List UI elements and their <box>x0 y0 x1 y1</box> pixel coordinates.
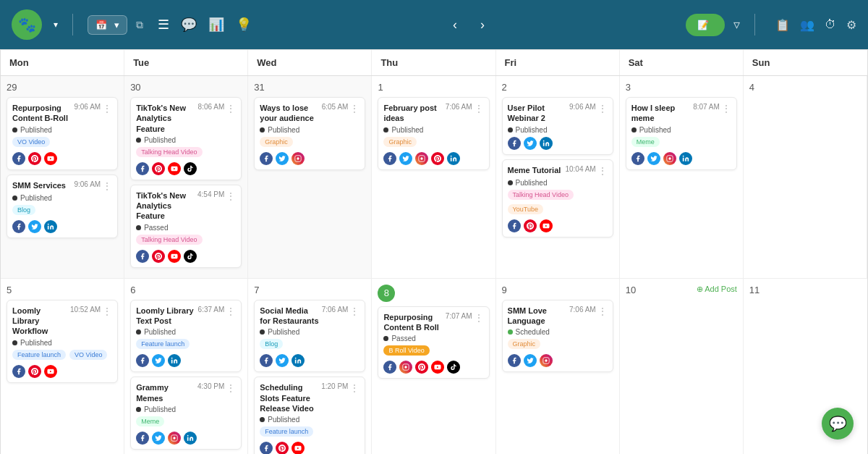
social-icon-fb[interactable] <box>136 354 149 367</box>
social-icon-fb[interactable] <box>136 162 149 175</box>
post-card[interactable]: Ways to lose your audience6:05 AM⋮Publis… <box>254 97 365 170</box>
post-menu-icon[interactable]: ⋮ <box>597 103 608 114</box>
team-icon[interactable]: 👥 <box>800 18 814 32</box>
social-icon-yt[interactable] <box>431 361 444 374</box>
filter-icon[interactable]: ▿ <box>733 17 740 33</box>
social-icon-pi[interactable] <box>152 250 165 263</box>
clock-icon[interactable]: ⏱ <box>825 18 836 31</box>
post-card[interactable]: Repurposing Content B Roll7:07 AM⋮Passed… <box>378 306 489 379</box>
social-icon-yt[interactable] <box>540 219 553 232</box>
social-icon-fb[interactable] <box>383 152 396 165</box>
social-icon-li[interactable] <box>184 432 197 445</box>
post-card[interactable]: Social Media for Restaurants7:06 AM⋮Publ… <box>254 300 365 373</box>
chart-icon[interactable]: 📊 <box>208 17 224 33</box>
post-card[interactable]: Loomly Library Text Post6:37 AM⋮Publishe… <box>130 300 242 373</box>
social-icon-yt[interactable] <box>168 162 181 175</box>
post-menu-icon[interactable]: ⋮ <box>102 306 112 317</box>
social-icon-fb[interactable] <box>508 354 521 367</box>
post-menu-icon[interactable]: ⋮ <box>226 382 236 394</box>
post-menu-icon[interactable]: ⋮ <box>102 103 112 114</box>
social-icon-li[interactable] <box>44 220 57 233</box>
post-menu-icon[interactable]: ⋮ <box>349 103 359 114</box>
social-icon-ig[interactable] <box>292 152 305 165</box>
social-icon-fb[interactable] <box>631 152 644 165</box>
prev-month-button[interactable]: ‹ <box>453 17 457 33</box>
add-post-link[interactable]: ⊕ Add Post <box>697 285 737 294</box>
post-card[interactable]: February post ideas7:06 AM⋮PublishedGrap… <box>378 97 489 170</box>
social-icon-tw[interactable] <box>28 220 41 233</box>
view-toggle[interactable]: 📅 ▾ <box>88 15 127 35</box>
social-icon-ig[interactable] <box>663 152 676 165</box>
social-icon-fb[interactable] <box>136 432 149 445</box>
chat-bubble-button[interactable]: 💬 <box>822 408 854 440</box>
post-menu-icon[interactable]: ⋮ <box>474 103 484 114</box>
post-menu-icon[interactable]: ⋮ <box>226 103 236 114</box>
social-icon-li[interactable] <box>447 152 460 165</box>
social-icon-fb[interactable] <box>12 365 25 378</box>
post-card[interactable]: TikTok's New Analytics Feature4:54 PM⋮Pa… <box>130 185 242 268</box>
post-menu-icon[interactable]: ⋮ <box>349 382 359 394</box>
social-icon-tw[interactable] <box>152 432 165 445</box>
social-icon-fb[interactable] <box>260 442 273 454</box>
post-card[interactable]: How I sleep meme8:07 AM⋮PublishedMeme <box>626 97 737 170</box>
post-card[interactable]: Loomly Library Workflow10:52 AM⋮Publishe… <box>7 300 118 383</box>
post-menu-icon[interactable]: ⋮ <box>226 190 236 202</box>
list-view-icon[interactable]: ☰ <box>158 17 169 33</box>
post-menu-icon[interactable]: ⋮ <box>226 306 236 317</box>
social-icon-ig[interactable] <box>415 152 428 165</box>
post-menu-icon[interactable]: ⋮ <box>349 306 359 317</box>
social-icon-pi[interactable] <box>415 361 428 374</box>
social-icon-li[interactable] <box>540 137 553 150</box>
new-post-button[interactable]: 📝 <box>686 14 725 36</box>
post-menu-icon[interactable]: ⋮ <box>597 306 608 317</box>
post-menu-icon[interactable]: ⋮ <box>474 312 484 324</box>
app-dropdown-icon[interactable]: ▾ <box>54 20 58 30</box>
copy-icon[interactable]: ⧉ <box>136 19 143 31</box>
post-menu-icon[interactable]: ⋮ <box>721 103 731 114</box>
social-icon-tk[interactable] <box>184 162 197 175</box>
social-icon-li[interactable] <box>292 354 305 367</box>
social-icon-tk[interactable] <box>447 361 460 374</box>
social-icon-tw[interactable] <box>524 354 537 367</box>
social-icon-pi[interactable] <box>431 152 444 165</box>
social-icon-fb[interactable] <box>260 152 273 165</box>
social-icon-tw[interactable] <box>152 354 165 367</box>
social-icon-yt[interactable] <box>168 250 181 263</box>
social-icon-fb[interactable] <box>508 137 521 150</box>
social-icon-li[interactable] <box>168 354 181 367</box>
social-icon-pi[interactable] <box>152 162 165 175</box>
social-icon-ig[interactable] <box>399 361 412 374</box>
post-menu-icon[interactable]: ⋮ <box>597 165 608 177</box>
social-icon-pi[interactable] <box>524 219 537 232</box>
social-icon-fb[interactable] <box>260 354 273 367</box>
social-icon-li[interactable] <box>679 152 692 165</box>
social-icon-tw[interactable] <box>524 137 537 150</box>
logo-area[interactable]: 🐾 ▾ <box>12 9 58 40</box>
post-card[interactable]: SMM Services9:06 AM⋮PublishedBlog <box>7 175 118 238</box>
post-card[interactable]: TikTok's New Analytics Feature8:06 AM⋮Pu… <box>130 97 242 180</box>
post-menu-icon[interactable]: ⋮ <box>102 180 112 192</box>
post-card[interactable]: Grammy Memes4:30 PM⋮PublishedMeme <box>130 377 242 450</box>
social-icon-fb[interactable] <box>12 220 25 233</box>
settings-icon[interactable]: ⚙ <box>846 18 856 32</box>
clipboard-icon[interactable]: 📋 <box>775 18 790 32</box>
social-icon-tw[interactable] <box>276 354 289 367</box>
social-icon-fb[interactable] <box>383 361 396 374</box>
idea-icon[interactable]: 💡 <box>236 17 252 33</box>
social-icon-fb[interactable] <box>12 152 25 165</box>
social-icon-tw[interactable] <box>399 152 412 165</box>
social-icon-yt[interactable] <box>44 365 57 378</box>
social-icon-yt[interactable] <box>292 442 305 454</box>
social-icon-tw[interactable] <box>647 152 660 165</box>
social-icon-fb[interactable] <box>136 250 149 263</box>
social-icon-ig[interactable] <box>168 432 181 445</box>
social-icon-fb[interactable] <box>508 219 521 232</box>
social-icon-pi[interactable] <box>28 152 41 165</box>
post-card[interactable]: Meme Tutorial10:04 AM⋮PublishedTalking H… <box>502 159 613 237</box>
chat-icon[interactable]: 💬 <box>181 17 197 33</box>
post-card[interactable]: SMM Love Language7:06 AM⋮ScheduledGraphi… <box>502 300 613 373</box>
next-month-button[interactable]: › <box>480 17 485 33</box>
social-icon-pi[interactable] <box>276 442 289 454</box>
social-icon-pi[interactable] <box>28 365 41 378</box>
post-card[interactable]: Scheduling Slots Feature Release Video1:… <box>254 377 365 454</box>
